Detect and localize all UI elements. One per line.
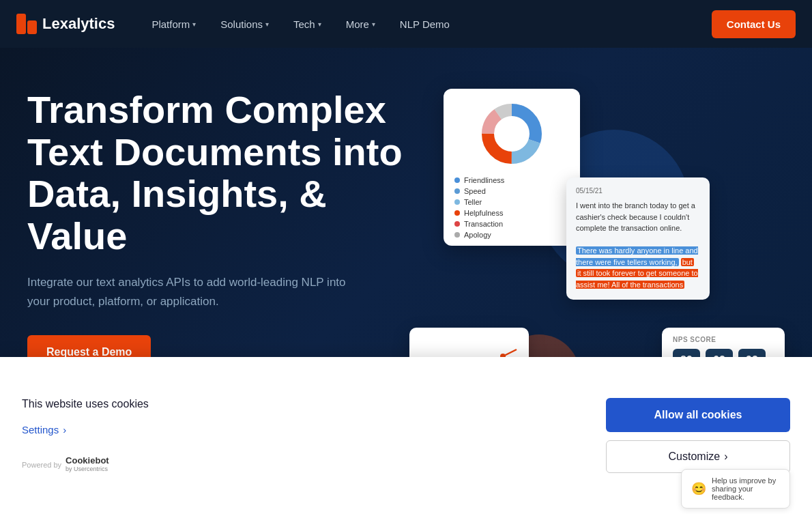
- nav-tech[interactable]: Tech ▾: [284, 13, 331, 35]
- nav-links: Platform ▾ Solutions ▾ Tech ▾ More ▾ NLP…: [142, 13, 711, 35]
- cookie-right-section: Allow all cookies Customize › 😊 Help us …: [606, 398, 790, 473]
- chart-card: Friendliness Speed Teller Helpfulness Tr…: [444, 89, 580, 246]
- donut-chart: [454, 100, 569, 168]
- svg-point-8: [498, 120, 525, 147]
- legend-helpfulness: Helpfulness: [454, 209, 569, 217]
- powered-by: Powered by Cookiebot by Usercentrics: [22, 456, 579, 472]
- highlight-red-but: but: [681, 258, 694, 266]
- nps-label: NPS SCORE: [673, 336, 774, 343]
- legend-transaction: Transaction: [454, 220, 569, 228]
- settings-chevron-icon: ›: [63, 424, 66, 436]
- solutions-chevron-icon: ▾: [265, 20, 269, 28]
- contact-us-button[interactable]: Contact Us: [712, 10, 796, 38]
- analysis-body: I went into the branch today to get a ca…: [576, 200, 700, 290]
- hero-title: Transform Complex Text Documents into Da…: [27, 89, 416, 257]
- cookie-title: This website uses cookies: [22, 398, 579, 410]
- logo[interactable]: Lexalytics: [16, 14, 115, 34]
- svg-rect-0: [16, 14, 26, 34]
- more-chevron-icon: ▾: [372, 20, 375, 28]
- text-analysis-card: 05/15/21 I went into the branch today to…: [566, 177, 710, 300]
- hero-subtitle: Integrate our text analytics APIs to add…: [27, 273, 362, 310]
- customize-button[interactable]: Customize ›: [606, 440, 790, 473]
- cookie-left-section: This website uses cookies Settings › Pow…: [22, 398, 606, 472]
- feedback-text: Help us improve by sharing your feedback…: [712, 476, 780, 501]
- platform-chevron-icon: ▾: [192, 20, 196, 28]
- legend-apology: Apology: [454, 231, 569, 239]
- feedback-bubble: 😊 Help us improve by sharing your feedba…: [681, 469, 790, 509]
- feedback-icon: 😊: [691, 481, 706, 496]
- nav-solutions[interactable]: Solutions ▾: [211, 13, 278, 35]
- highlight-red-assist: it still took forever to get someone to …: [576, 269, 698, 289]
- customize-chevron-icon: ›: [724, 451, 727, 463]
- nav-more[interactable]: More ▾: [336, 13, 385, 35]
- navbar: Lexalytics Platform ▾ Solutions ▾ Tech ▾…: [0, 0, 812, 48]
- cookie-banner: This website uses cookies Settings › Pow…: [0, 357, 812, 514]
- allow-all-cookies-button[interactable]: Allow all cookies: [606, 398, 790, 432]
- cookie-settings-link[interactable]: Settings ›: [22, 424, 579, 436]
- logo-text: Lexalytics: [42, 15, 115, 33]
- hero-content: Transform Complex Text Documents into Da…: [27, 89, 416, 369]
- tech-chevron-icon: ▾: [318, 20, 321, 28]
- cookiebot-logo: Cookiebot by Usercentrics: [66, 456, 109, 472]
- analysis-date: 05/15/21: [576, 187, 700, 195]
- legend-teller: Teller: [454, 198, 569, 206]
- nav-platform[interactable]: Platform ▾: [142, 13, 205, 35]
- svg-rect-1: [27, 20, 37, 34]
- highlight-blue: There was hardly anyone in line and ther…: [576, 246, 698, 266]
- legend-speed: Speed: [454, 187, 569, 195]
- chart-legend: Friendliness Speed Teller Helpfulness Tr…: [454, 176, 569, 239]
- nav-nlpdemo[interactable]: NLP Demo: [390, 13, 459, 35]
- legend-friendliness: Friendliness: [454, 176, 569, 184]
